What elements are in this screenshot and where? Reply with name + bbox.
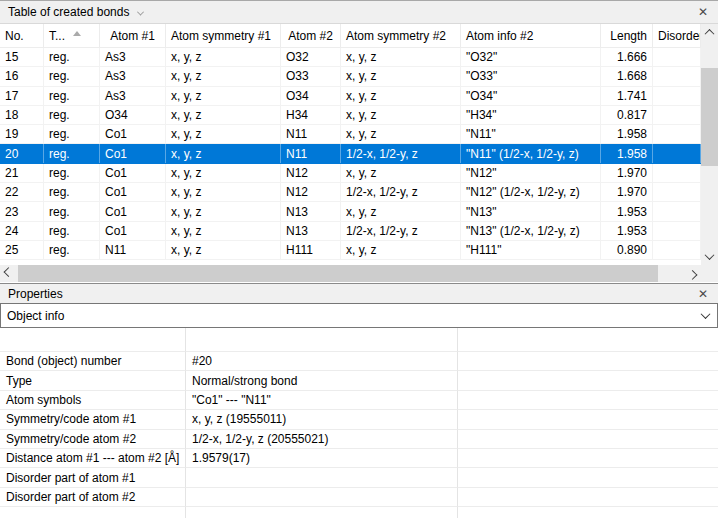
table-row-bond-19[interactable]: 19reg.Co1x, y, zN11x, y, z"N11"1.958 [0, 125, 701, 144]
cell-length: 1.741 [601, 87, 653, 105]
cell-info2: "N13" (1/2-x, 1/2-y, z) [461, 222, 601, 240]
cell-atom2: H111 [281, 241, 341, 259]
property-label: Symmetry/code atom #2 [0, 430, 186, 449]
cell-sym1: x, y, z [166, 106, 281, 124]
column-header-sym1[interactable]: Atom symmetry #1 [166, 24, 281, 47]
vertical-scroll-thumb[interactable] [701, 68, 718, 166]
property-label: Disorder part of atom #1 [0, 468, 186, 487]
property-filler [458, 507, 718, 518]
cell-atom1: Co1 [100, 183, 166, 201]
object-info-dropdown[interactable]: Object info [0, 303, 718, 328]
cell-atom2: N11 [281, 144, 341, 162]
cell-atom2: N11 [281, 125, 341, 143]
table-row-bond-15[interactable]: 15reg.As3x, y, zO32x, y, z"O32"1.666 [0, 48, 701, 67]
cell-sym2: x, y, z [341, 87, 461, 105]
bonds-table-body: 15reg.As3x, y, zO32x, y, z"O32"1.66616re… [0, 48, 701, 265]
property-value [186, 328, 458, 352]
cell-type: reg. [44, 67, 100, 85]
table-row-bond-17[interactable]: 17reg.As3x, y, zO34x, y, z"O34"1.741 [0, 87, 701, 106]
panel-title: Table of created bonds [8, 5, 129, 19]
cell-no: 23 [0, 202, 44, 220]
cell-sym1: x, y, z [166, 222, 281, 240]
cell-atom1: As3 [100, 87, 166, 105]
cell-length: 1.666 [601, 48, 653, 66]
table-row-bond-18[interactable]: 18reg.O34x, y, zH34x, y, z"H34"0.817 [0, 106, 701, 125]
cell-length: 1.970 [601, 183, 653, 201]
property-row[interactable]: Distance atom #1 --- atom #2 [Å]1.9579(1… [0, 449, 718, 468]
property-value [186, 468, 458, 487]
table-row-bond-23[interactable]: 23reg.Co1x, y, zN13x, y, z"N13"1.953 [0, 202, 701, 221]
cell-no: 19 [0, 125, 44, 143]
cell-no: 20 [0, 144, 44, 162]
column-header-atom2[interactable]: Atom #2 [281, 24, 341, 47]
cell-no: 24 [0, 222, 44, 240]
cell-sym1: x, y, z [166, 241, 281, 259]
cell-sym2: x, y, z [341, 48, 461, 66]
cell-type: reg. [44, 202, 100, 220]
cell-disorder [653, 48, 701, 66]
cell-length: 1.970 [601, 164, 653, 182]
horizontal-scroll-thumb[interactable] [18, 265, 658, 282]
cell-sym1: x, y, z [166, 144, 281, 162]
column-header-length[interactable]: Length [601, 24, 653, 47]
close-icon: ✕ [698, 287, 708, 301]
property-row[interactable]: Disorder part of atom #2 [0, 488, 718, 507]
chevron-right-icon [688, 270, 698, 280]
property-row[interactable]: TypeNormal/strong bond [0, 371, 718, 390]
cell-disorder [653, 241, 701, 259]
cell-atom1: Co1 [100, 202, 166, 220]
property-value [186, 488, 458, 507]
property-row[interactable]: Atom symbols"Co1" --- "N11" [0, 391, 718, 410]
cell-atom1: N11 [100, 241, 166, 259]
cell-sym1: x, y, z [166, 202, 281, 220]
column-header-no[interactable]: No. [0, 24, 44, 47]
table-row-bond-24[interactable]: 24reg.Co1x, y, zN131/2-x, 1/2-y, z"N13" … [0, 222, 701, 241]
column-header-atom1[interactable]: Atom #1 [100, 24, 166, 47]
cell-sym2: 1/2-x, 1/2-y, z [341, 222, 461, 240]
table-row-bond-25[interactable]: 25reg.N11x, y, zH111x, y, z"H111"0.890 [0, 241, 701, 260]
cell-info2: "O34" [461, 87, 601, 105]
table-row-bond-21[interactable]: 21reg.Co1x, y, zN12x, y, z"N12"1.970 [0, 164, 701, 183]
cell-no: 15 [0, 48, 44, 66]
cell-length: 0.890 [601, 241, 653, 259]
cell-sym2: 1/2-x, 1/2-y, z [341, 144, 461, 162]
properties-title: Properties [8, 287, 63, 301]
column-header-sym2[interactable]: Atom symmetry #2 [341, 24, 461, 47]
property-label: Type [0, 371, 186, 390]
property-label: Distance atom #1 --- atom #2 [Å] [0, 449, 186, 468]
cell-sym2: x, y, z [341, 164, 461, 182]
scroll-down-button[interactable] [701, 248, 718, 265]
cell-type: reg. [44, 125, 100, 143]
column-header-label: Atom #1 [110, 29, 155, 43]
table-row-bond-20[interactable]: 20reg.Co1x, y, zN111/2-x, 1/2-y, z"N11" … [0, 144, 701, 163]
chevron-left-icon [4, 267, 14, 277]
property-filler [458, 488, 718, 507]
property-row[interactable]: Disorder part of atom #1 [0, 468, 718, 487]
property-row[interactable]: Bond (object) number#20 [0, 352, 718, 371]
cell-disorder [653, 222, 701, 240]
cell-atom1: Co1 [100, 164, 166, 182]
property-value [186, 507, 458, 518]
property-row-spacer [0, 328, 718, 352]
cell-atom1: Co1 [100, 222, 166, 240]
cell-sym1: x, y, z [166, 164, 281, 182]
column-header-disorder[interactable]: Disorder [653, 24, 701, 47]
column-header-info2[interactable]: Atom info #2 [461, 24, 601, 47]
property-row[interactable]: Symmetry/code atom #21/2-x, 1/2-y, z (20… [0, 430, 718, 449]
column-header-type[interactable]: T... [44, 24, 100, 47]
cell-no: 22 [0, 183, 44, 201]
cell-sym2: x, y, z [341, 202, 461, 220]
cell-disorder [653, 106, 701, 124]
property-row[interactable]: Symmetry/code atom #1x, y, z (19555011) [0, 410, 718, 429]
scroll-right-button[interactable] [684, 265, 701, 282]
panel-menu-chevron-icon[interactable] [137, 9, 144, 16]
cell-no: 16 [0, 67, 44, 85]
close-button[interactable]: ✕ [694, 3, 712, 21]
cell-length: 1.958 [601, 125, 653, 143]
cell-disorder [653, 87, 701, 105]
properties-close-button[interactable]: ✕ [694, 285, 712, 303]
table-row-bond-22[interactable]: 22reg.Co1x, y, zN121/2-x, 1/2-y, z"N12" … [0, 183, 701, 202]
scroll-left-button[interactable] [0, 265, 17, 282]
scroll-up-button[interactable] [701, 24, 718, 41]
table-row-bond-16[interactable]: 16reg.As3x, y, zO33x, y, z"O33"1.668 [0, 67, 701, 86]
